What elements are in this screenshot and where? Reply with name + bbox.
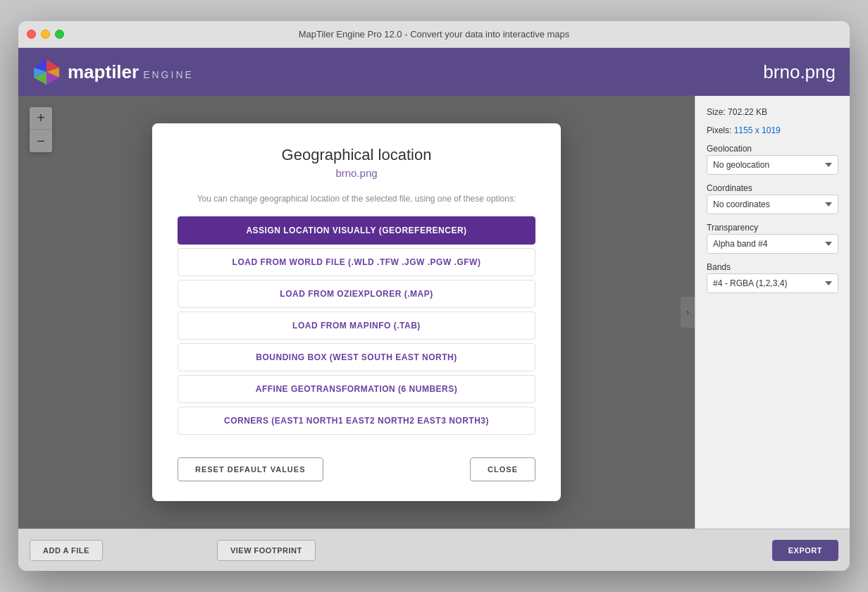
geographical-location-dialog: Geographical location brno.png You can c… xyxy=(152,123,561,501)
dialog-options-list: ASSIGN LOCATION VISUALLY (GEOREFERENCER)… xyxy=(178,216,535,438)
maximize-traffic-light[interactable] xyxy=(55,30,64,39)
bands-row: Bands #4 - RGBA (1,2,3,4) xyxy=(707,262,838,293)
title-bar: MapTiler Engine Pro 12.0 - Convert your … xyxy=(18,21,850,48)
pixels-row: Pixels: 1155 x 1019 xyxy=(707,125,838,135)
bands-select[interactable]: #4 - RGBA (1,2,3,4) xyxy=(707,273,838,293)
header-filename: brno.png xyxy=(763,61,836,83)
dialog-option-load-world[interactable]: LOAD FROM WORLD FILE (.WLD .TFW .JGW .PG… xyxy=(178,248,535,276)
dialog-subtitle: brno.png xyxy=(178,167,535,179)
logo-engine-text: ENGINE xyxy=(143,69,194,80)
logo-text: maptiler ENGINE xyxy=(68,61,194,83)
dialog-option-load-oziexplorer[interactable]: LOAD FROM OZIEXPLORER (.MAP) xyxy=(178,280,535,308)
maptiler-logo-icon xyxy=(32,58,61,86)
window-title: MapTiler Engine Pro 12.0 - Convert your … xyxy=(299,29,570,39)
geolocation-select[interactable]: No geolocation xyxy=(707,155,838,175)
dialog-option-corners[interactable]: CORNERS (EAST1 NORTH1 EAST2 NORTH2 EAST3… xyxy=(178,407,535,435)
transparency-row: Transparency Alpha band #4 xyxy=(707,223,838,254)
export-button[interactable]: EXPORT xyxy=(772,540,838,561)
right-sidebar: Size: 702.22 KB Pixels: 1155 x 1019 Geol… xyxy=(695,96,850,529)
app-header: maptiler ENGINE brno.png xyxy=(18,48,850,96)
bottom-bar: ADD A FILE VIEW FOOTPRINT EXPORT xyxy=(18,529,850,571)
view-footprint-button[interactable]: VIEW FOOTPRINT xyxy=(217,540,316,561)
dialog-option-bounding-box[interactable]: BOUNDING BOX (WEST SOUTH EAST NORTH) xyxy=(178,343,535,371)
dialog-description: You can change geographical location of … xyxy=(178,193,535,205)
minimize-traffic-light[interactable] xyxy=(41,30,50,39)
transparency-select[interactable]: Alpha band #4 xyxy=(707,234,838,254)
map-panel: + − › Geographical location brno.pn xyxy=(18,96,695,529)
geolocation-row: Geolocation No geolocation xyxy=(707,144,838,175)
pixels-label: Pixels: 1155 x 1019 xyxy=(707,125,838,135)
transparency-label: Transparency xyxy=(707,223,838,233)
dialog-option-affine-geo[interactable]: AFFINE GEOTRANSFORMATION (6 NUMBERS) xyxy=(178,375,535,403)
size-row: Size: 702.22 KB xyxy=(707,107,838,117)
main-content: + − › Geographical location brno.pn xyxy=(18,96,850,529)
logo-area: maptiler ENGINE xyxy=(32,58,194,86)
dialog-option-load-mapinfo[interactable]: LOAD FROM MAPINFO (.TAB) xyxy=(178,312,535,340)
dialog-footer: RESET DEFAULT VALUES CLOSE xyxy=(178,457,535,481)
traffic-lights xyxy=(27,30,64,39)
modal-overlay: Geographical location brno.png You can c… xyxy=(18,96,695,529)
size-value: Size: 702.22 KB xyxy=(707,107,838,117)
coordinates-row: Coordinates No coordinates xyxy=(707,183,838,214)
dialog-title: Geographical location xyxy=(178,146,535,164)
close-dialog-button[interactable]: CLOSE xyxy=(470,457,535,481)
add-file-button[interactable]: ADD A FILE xyxy=(30,540,103,561)
dialog-option-assign-visual[interactable]: ASSIGN LOCATION VISUALLY (GEOREFERENCER) xyxy=(178,216,535,245)
app-window: MapTiler Engine Pro 12.0 - Convert your … xyxy=(18,21,850,571)
coordinates-select[interactable]: No coordinates xyxy=(707,195,838,214)
coordinates-label: Coordinates xyxy=(707,183,838,193)
logo-map-text: maptiler xyxy=(68,61,139,83)
close-traffic-light[interactable] xyxy=(27,30,36,39)
geolocation-label: Geolocation xyxy=(707,144,838,154)
reset-default-values-button[interactable]: RESET DEFAULT VALUES xyxy=(178,457,323,481)
bands-label: Bands xyxy=(707,262,838,272)
